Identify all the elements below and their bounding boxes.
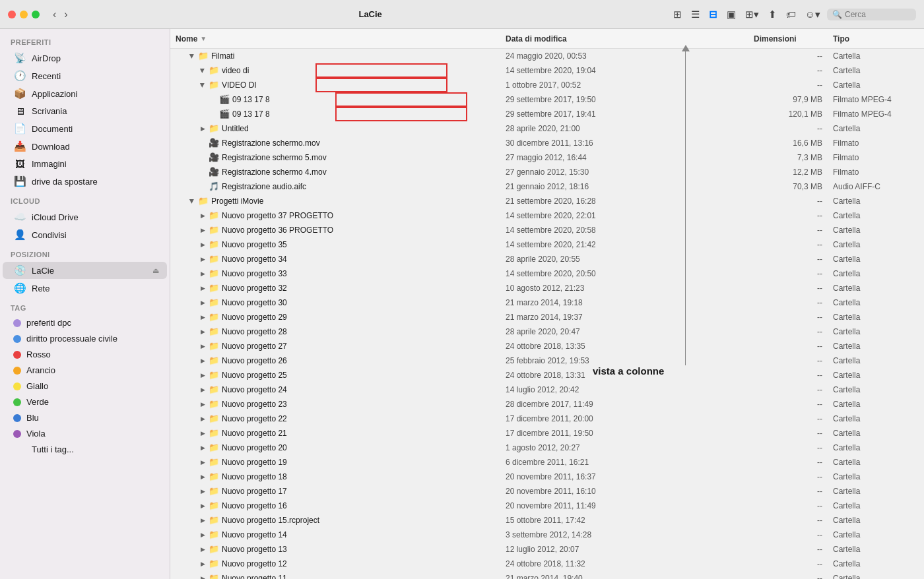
table-row[interactable]: ▶📁VIDEO DI1 ottobre 2017, 00:52--Cartell…: [170, 78, 924, 92]
table-row[interactable]: ▶📁video di14 settembre 2020, 19:04--Cart…: [170, 63, 924, 78]
expand-chevron[interactable]: ▶: [199, 459, 206, 466]
sidebar-item-airdrop[interactable]: 📡AirDrop: [3, 49, 167, 67]
expand-chevron[interactable]: ▶: [199, 444, 206, 451]
sidebar-item-drive-da-spostare[interactable]: 💾drive da spostare: [3, 173, 167, 190]
table-row[interactable]: ▶📁Nuovo progetto 2414 luglio 2012, 20:42…: [170, 382, 924, 397]
eject-icon[interactable]: ⏏: [152, 266, 159, 275]
expand-chevron[interactable]: ▶: [199, 212, 206, 219]
view-list-button[interactable]: ☰: [688, 6, 702, 23]
table-row[interactable]: ▶📁Nuovo progetto 2217 dicembre 2011, 20:…: [170, 411, 924, 426]
table-row[interactable]: ▶📁Nuovo progetto 37 PROGETTO14 settembre…: [170, 208, 924, 223]
table-row[interactable]: ▶📁Untitled28 aprile 2020, 21:00--Cartell…: [170, 121, 924, 136]
close-button[interactable]: [8, 11, 16, 18]
sidebar-item-rete[interactable]: 🌐Rete: [3, 280, 167, 297]
expand-chevron[interactable]: ▶: [199, 575, 206, 580]
expand-chevron[interactable]: ▶: [199, 415, 206, 422]
table-row[interactable]: ▶📁Nuovo progetto 1312 luglio 2012, 20:07…: [170, 542, 924, 557]
expand-chevron[interactable]: ▶: [199, 241, 206, 248]
expand-chevron[interactable]: ▶: [189, 53, 195, 59]
table-row[interactable]: ▶📁Nuovo progetto 1620 novembre 2011, 11:…: [170, 499, 924, 513]
table-row[interactable]: ▶📁Nuovo progetto 196 dicembre 2011, 16:2…: [170, 455, 924, 470]
table-row[interactable]: ▶📁Nuovo progetto 2625 febbraio 2012, 19:…: [170, 353, 924, 368]
table-row[interactable]: ▶📁Nuovo progetto 1121 marzo 2014, 19:40-…: [170, 571, 924, 579]
table-row[interactable]: ▶📁Nuovo progetto 3428 aprile 2020, 20:55…: [170, 252, 924, 266]
table-row[interactable]: ▶📁Nuovo progetto 3314 settembre 2020, 20…: [170, 266, 924, 281]
table-row[interactable]: ▶📁Nuovo progetto 15.rcproject15 ottobre …: [170, 513, 924, 528]
expand-chevron[interactable]: ▶: [199, 328, 206, 335]
sidebar-item-rosso[interactable]: Rosso: [3, 347, 167, 362]
col-date-header[interactable]: Data di modifica: [506, 34, 754, 44]
expand-chevron[interactable]: ▶: [199, 285, 206, 291]
sidebar-item-documenti[interactable]: 📄Documenti: [3, 120, 167, 137]
expand-chevron[interactable]: ▶: [199, 67, 206, 74]
expand-chevron[interactable]: ▶: [199, 488, 206, 495]
col-type-header[interactable]: Tipo: [833, 34, 919, 44]
expand-chevron[interactable]: ▶: [199, 561, 206, 567]
table-row[interactable]: ▶📁Progetti iMovie21 settembre 2020, 16:2…: [170, 194, 924, 208]
sidebar-item-condivisi[interactable]: 👤Condivisi: [3, 226, 167, 243]
share-button[interactable]: ⬆: [766, 6, 779, 23]
table-row[interactable]: 🎬09 13 17 829 settembre 2017, 19:5097,9 …: [170, 92, 924, 107]
table-row[interactable]: ▶📁Nuovo progetto 3514 settembre 2020, 21…: [170, 237, 924, 252]
expand-chevron[interactable]: ▶: [189, 198, 195, 204]
sidebar-item-arancio[interactable]: Arancio: [3, 363, 167, 378]
view-column-button[interactable]: ⊟: [706, 6, 720, 23]
sidebar-item-recenti[interactable]: 🕐Recenti: [3, 67, 167, 84]
sidebar-item-tutti-i-tag[interactable]: Tutti i tag...: [3, 442, 167, 457]
minimize-button[interactable]: [20, 11, 28, 18]
sidebar-item-download[interactable]: 📥Download: [3, 138, 167, 155]
table-row[interactable]: 🎵Registrazione audio.aifc21 gennaio 2012…: [170, 179, 924, 194]
expand-chevron[interactable]: ▶: [199, 357, 206, 364]
sidebar-item-viola[interactable]: Viola: [3, 426, 167, 441]
sidebar-item-diritto-processuale-civile[interactable]: diritto processuale civile: [3, 331, 167, 346]
table-row[interactable]: ▶📁Nuovo progetto 3021 marzo 2014, 19:18-…: [170, 295, 924, 310]
sidebar-item-verde[interactable]: Verde: [3, 394, 167, 410]
expand-chevron[interactable]: ▶: [199, 82, 206, 88]
expand-chevron[interactable]: ▶: [199, 517, 206, 524]
expand-chevron[interactable]: ▶: [199, 372, 206, 379]
table-row[interactable]: ▶📁Nuovo progetto 2524 ottobre 2018, 13:3…: [170, 368, 924, 382]
sidebar-item-icloud-drive[interactable]: ☁️iCloud Drive: [3, 208, 167, 226]
tag-button[interactable]: 🏷: [783, 6, 799, 22]
back-button[interactable]: ‹: [50, 7, 59, 22]
expand-chevron[interactable]: ▶: [199, 125, 206, 132]
forward-button[interactable]: ›: [61, 7, 70, 22]
table-row[interactable]: ▶📁Nuovo progetto 2828 aprile 2020, 20:47…: [170, 324, 924, 339]
expand-chevron[interactable]: ▶: [199, 343, 206, 350]
table-row[interactable]: 🎥Registrazione schermo 4.mov27 gennaio 2…: [170, 165, 924, 179]
expand-chevron[interactable]: ▶: [199, 386, 206, 393]
sidebar-item-giallo[interactable]: Giallo: [3, 379, 167, 394]
expand-chevron[interactable]: ▶: [199, 532, 206, 538]
table-row[interactable]: ▶📁Nuovo progetto 36 PROGETTO14 settembre…: [170, 223, 924, 237]
table-row[interactable]: ▶📁Nuovo progetto 1820 novembre 2011, 16:…: [170, 470, 924, 484]
expand-chevron[interactable]: ▶: [199, 503, 206, 509]
table-row[interactable]: 🎬09 13 17 829 settembre 2017, 19:41120,1…: [170, 107, 924, 121]
table-row[interactable]: ▶📁Nuovo progetto 2921 marzo 2014, 19:37-…: [170, 310, 924, 324]
sidebar-item-blu[interactable]: Blu: [3, 410, 167, 425]
table-row[interactable]: ▶📁Nuovo progetto 3210 agosto 2012, 21:23…: [170, 281, 924, 295]
col-size-header[interactable]: Dimensioni: [754, 34, 833, 44]
group-button[interactable]: ⊞▾: [742, 6, 762, 23]
expand-chevron[interactable]: ▶: [199, 270, 206, 277]
table-row[interactable]: ▶📁Nuovo progetto 2724 ottobre 2018, 13:3…: [170, 339, 924, 353]
expand-chevron[interactable]: ▶: [199, 401, 206, 408]
view-gallery-button[interactable]: ▣: [724, 6, 739, 23]
table-row[interactable]: ▶📁Nuovo progetto 1224 ottobre 2018, 11:3…: [170, 557, 924, 571]
search-input[interactable]: [845, 10, 911, 19]
table-row[interactable]: ▶📁Nuovo progetto 1720 novembre 2011, 16:…: [170, 484, 924, 499]
expand-chevron[interactable]: ▶: [199, 299, 206, 306]
col-name-header[interactable]: Nome ▼: [176, 34, 506, 44]
sidebar-item-lacie[interactable]: 💿LaCie⏏: [3, 262, 167, 279]
sidebar-item-scrivania[interactable]: 🖥Scrivania: [3, 103, 167, 119]
expand-chevron[interactable]: ▶: [199, 546, 206, 553]
more-button[interactable]: ☺▾: [803, 6, 823, 23]
search-bar[interactable]: 🔍: [827, 9, 916, 20]
sidebar-item-applicazioni[interactable]: 📦Applicazioni: [3, 85, 167, 102]
sidebar-item-preferiti-dpc[interactable]: preferiti dpc: [3, 315, 167, 330]
expand-chevron[interactable]: ▶: [199, 473, 206, 480]
table-row[interactable]: ▶📁Filmati24 maggio 2020, 00:53--Cartella: [170, 49, 924, 63]
table-row[interactable]: ▶📁Nuovo progetto 2328 dicembre 2017, 11:…: [170, 397, 924, 411]
expand-chevron[interactable]: ▶: [199, 256, 206, 262]
table-row[interactable]: 🎥Registrazione schermo 5.mov27 maggio 20…: [170, 150, 924, 165]
expand-chevron[interactable]: ▶: [199, 227, 206, 233]
